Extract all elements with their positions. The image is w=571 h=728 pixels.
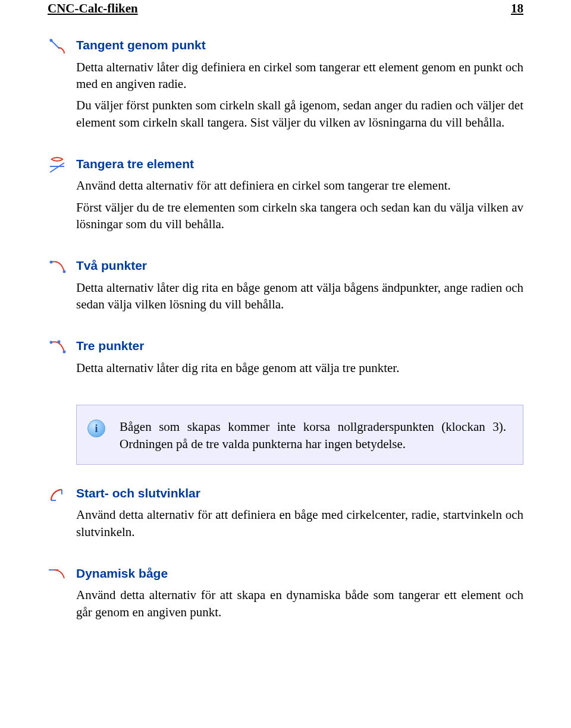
svg-point-3: [50, 261, 53, 264]
section-paragraph: Detta alternativ låter dig rita en båge …: [76, 360, 523, 376]
section-paragraph: Först väljer du de tre elementen som cir…: [76, 199, 523, 233]
svg-line-2: [50, 163, 64, 172]
section-paragraph: Detta alternativ låter dig rita en båge …: [76, 279, 523, 313]
tangent-point-icon: [48, 37, 67, 56]
section-paragraph: Använd detta alternativ för att definier…: [76, 506, 523, 540]
section-paragraph: Detta alternativ låter dig definiera en …: [76, 59, 523, 93]
section-title: Dynamisk båge: [76, 565, 523, 582]
section-title: Två punkter: [76, 257, 523, 274]
svg-point-5: [50, 341, 53, 344]
start-end-angles-icon: [48, 485, 67, 504]
header-section-title: CNC-Calc-fliken: [48, 0, 138, 17]
two-points-icon: [48, 257, 67, 276]
section-title: Tre punkter: [76, 338, 523, 354]
section-tangent-three: Tangera tre element Använd detta alterna…: [48, 156, 523, 237]
section-paragraph: Du väljer först punkten som cirkeln skal…: [76, 97, 523, 131]
info-text: Bågen som skapas kommer inte korsa nollg…: [120, 417, 506, 452]
page-number: 18: [511, 0, 523, 17]
svg-point-0: [50, 39, 53, 42]
svg-point-4: [63, 270, 66, 273]
document-page: CNC-Calc-fliken 18 Tangent genom punkt D…: [0, 0, 571, 649]
dynamic-arc-icon: [48, 565, 67, 584]
svg-point-7: [63, 351, 66, 354]
section-tangent-point: Tangent genom punkt Detta alternativ låt…: [48, 37, 523, 135]
svg-point-6: [58, 341, 61, 343]
three-points-icon: [48, 338, 67, 357]
section-paragraph: Använd detta alternativ för att skapa en…: [76, 587, 523, 620]
section-title: Tangent genom punkt: [76, 37, 523, 53]
section-two-points: Två punkter Detta alternativ låter dig r…: [48, 257, 523, 317]
section-start-end-angles: Start- och slutvinklar Använd detta alte…: [48, 485, 523, 545]
section-paragraph: Använd detta alternativ för att definier…: [76, 177, 523, 194]
section-title: Start- och slutvinklar: [76, 485, 523, 502]
page-header: CNC-Calc-fliken 18: [48, 0, 523, 17]
section-title: Tangera tre element: [76, 156, 523, 172]
info-callout: i Bågen som skapas kommer inte korsa nol…: [76, 405, 523, 465]
info-icon: i: [87, 420, 105, 437]
section-dynamic-arc: Dynamisk båge Använd detta alternativ fö…: [48, 565, 523, 625]
section-three-points: Tre punkter Detta alternativ låter dig r…: [48, 338, 523, 381]
tangent-three-icon: [48, 156, 67, 175]
